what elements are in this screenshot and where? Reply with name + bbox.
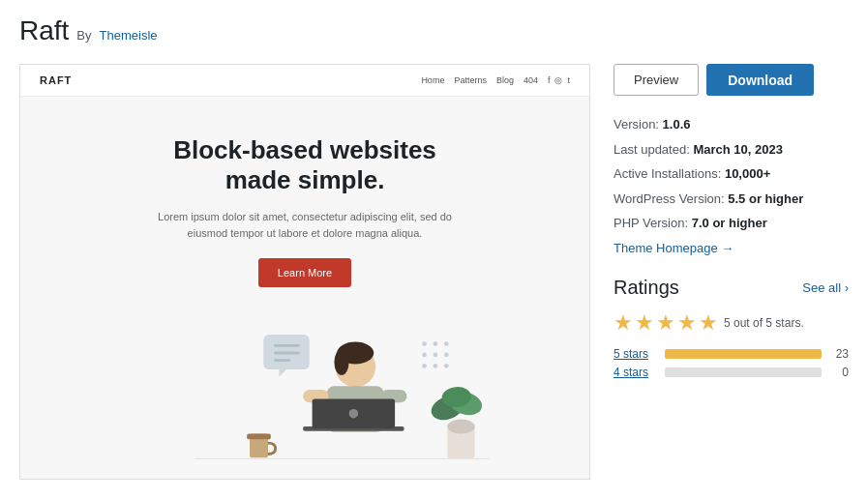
hero-heading: Block-based websites made simple. (40, 135, 570, 195)
bar-count-5stars: 23 (829, 347, 849, 361)
version-row: Version: 1.0.6 (614, 115, 849, 134)
mini-nav-icons: f ◎ t (548, 75, 570, 85)
bar-fill-5stars (665, 349, 822, 359)
action-buttons: Preview Download (614, 64, 849, 96)
see-all-link[interactable]: See all › (802, 280, 849, 295)
page-title: Raft (19, 15, 69, 46)
svg-point-6 (434, 342, 438, 347)
svg-point-9 (434, 353, 438, 358)
svg-point-11 (422, 364, 427, 368)
facebook-icon: f (548, 75, 551, 85)
stars-row: ★ ★ ★ ★ ★ 5 out of 5 stars. (614, 310, 849, 336)
bar-track-5stars (665, 349, 822, 359)
bar-label-5stars[interactable]: 5 stars (614, 347, 657, 361)
svg-point-12 (434, 364, 438, 368)
main-layout: RAFT Home Patterns Blog 404 f ◎ t Block-… (19, 64, 849, 480)
ratings-section: Ratings See all › ★ ★ ★ ★ ★ 5 out of 5 s… (614, 277, 849, 379)
svg-point-22 (349, 409, 359, 419)
bar-track-4stars (665, 367, 822, 377)
meta-info: Version: 1.0.6 Last updated: March 10, 2… (614, 115, 849, 257)
author-link[interactable]: Themeisle (100, 28, 158, 43)
star-5: ★ (699, 310, 718, 336)
preview-button[interactable]: Preview (614, 64, 699, 96)
mini-nav-home: Home (421, 75, 444, 85)
star-3: ★ (656, 310, 675, 336)
svg-point-16 (334, 350, 348, 376)
ratings-header: Ratings See all › (614, 277, 849, 299)
bar-row-5stars: 5 stars 23 (614, 347, 849, 361)
mini-site: RAFT Home Patterns Blog 404 f ◎ t Block-… (20, 65, 589, 479)
mini-nav-logo: RAFT (40, 74, 72, 86)
theme-homepage-link[interactable]: Theme Homepage → (614, 241, 733, 255)
mini-cta-button[interactable]: Learn More (258, 258, 351, 287)
mini-illustration (20, 307, 589, 463)
instagram-icon: ◎ (554, 75, 562, 85)
last-updated-row: Last updated: March 10, 2023 (614, 140, 849, 160)
mini-nav-patterns: Patterns (454, 75, 487, 85)
by-label: By (76, 28, 91, 43)
homepage-row: Theme Homepage → (614, 239, 849, 258)
hero-illustration (121, 316, 489, 463)
page-header: Raft By Themeisle (19, 15, 849, 46)
hero-subtext: Lorem ipsum dolor sit amet, consectetur … (150, 209, 460, 241)
rating-bars: 5 stars 23 4 stars 0 (614, 347, 849, 379)
sidebar: Preview Download Version: 1.0.6 Last upd… (614, 64, 849, 480)
svg-rect-24 (247, 434, 271, 440)
twitter-icon: t (567, 75, 570, 85)
svg-marker-4 (279, 369, 286, 377)
download-button[interactable]: Download (706, 64, 814, 96)
svg-point-7 (444, 342, 449, 347)
svg-point-5 (422, 342, 427, 347)
bar-count-4stars: 0 (829, 366, 849, 379)
mini-nav: RAFT Home Patterns Blog 404 f ◎ t (20, 65, 589, 97)
star-4: ★ (677, 310, 697, 336)
bar-label-4stars[interactable]: 4 stars (614, 366, 657, 379)
svg-point-26 (447, 420, 475, 434)
mini-nav-404: 404 (524, 75, 538, 85)
svg-point-10 (444, 353, 449, 358)
rating-text: 5 out of 5 stars. (724, 316, 804, 330)
star-2: ★ (635, 310, 654, 336)
svg-point-8 (422, 353, 427, 358)
php-version-row: PHP Version: 7.0 or higher (614, 214, 849, 233)
preview-frame: RAFT Home Patterns Blog 404 f ◎ t Block-… (19, 64, 590, 480)
bar-row-4stars: 4 stars 0 (614, 366, 849, 379)
mini-nav-blog: Blog (496, 75, 514, 85)
active-installs-row: Active Installations: 10,000+ (614, 164, 849, 184)
wp-version-row: WordPress Version: 5.5 or higher (614, 190, 849, 209)
star-1: ★ (614, 310, 633, 336)
mini-hero: Block-based websites made simple. Lorem … (20, 97, 589, 307)
mini-nav-links: Home Patterns Blog 404 f ◎ t (421, 75, 570, 85)
svg-point-13 (444, 364, 449, 368)
ratings-title: Ratings (614, 277, 679, 299)
stars-display: ★ ★ ★ ★ ★ (614, 310, 718, 336)
